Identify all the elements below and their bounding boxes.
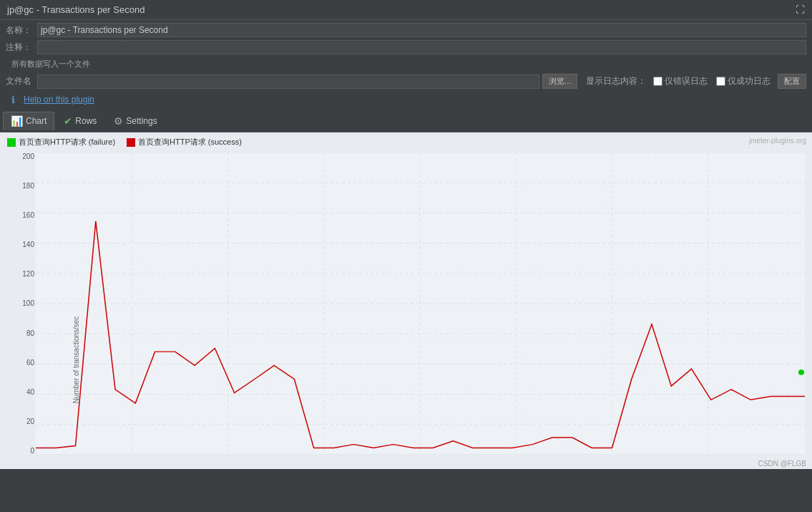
comment-label: 注释： xyxy=(6,42,34,54)
chart-area: 首页查询HTTP请求 (failure) 首页查询HTTP请求 (success… xyxy=(0,132,812,469)
y-tick-100: 100 xyxy=(3,299,34,307)
y-axis-label: Number of transactions/sec xyxy=(72,288,80,431)
comment-input[interactable] xyxy=(37,40,806,54)
legend-label-success: 首页查询HTTP请求 (success) xyxy=(138,137,242,148)
green-dot xyxy=(798,369,804,375)
window-title: jp@gc - Transactions per Second xyxy=(7,4,145,15)
form-area: 名称： 注释： 所有数据写入一个文件 文件名 浏览... 显示日志内容： 仅错误… xyxy=(0,20,812,110)
success-log-checkbox[interactable]: 仅成功日志 xyxy=(716,75,771,87)
y-tick-160: 160 xyxy=(3,211,34,219)
y-tick-140: 140 xyxy=(3,241,34,248)
y-tick-120: 120 xyxy=(3,270,34,278)
rows-tab-icon: ✔ xyxy=(64,115,72,127)
file-label: 文件名 xyxy=(6,75,34,87)
error-log-checkbox[interactable]: 仅错误日志 xyxy=(653,75,708,87)
y-tick-180: 180 xyxy=(3,182,34,190)
file-input[interactable] xyxy=(37,74,539,89)
legend-label-failure: 首页查询HTTP请求 (failure) xyxy=(19,137,115,148)
bottom-note: CSDN @FLGB xyxy=(758,460,806,468)
expand-icon[interactable]: ⛶ xyxy=(796,4,805,15)
legend-item-success: 首页查询HTTP请求 (success) xyxy=(127,137,242,148)
tab-rows[interactable]: ✔ Rows xyxy=(56,112,104,130)
y-tick-200: 200 xyxy=(3,153,34,160)
y-tick-0: 0 xyxy=(3,447,34,455)
title-bar: jp@gc - Transactions per Second ⛶ xyxy=(0,0,812,20)
help-link[interactable]: Help on this plugin xyxy=(18,93,100,106)
legend-item-failure: 首页查询HTTP请求 (failure) xyxy=(7,137,115,148)
browse-button[interactable]: 浏览... xyxy=(542,74,577,89)
display-label: 显示日志内容： xyxy=(586,75,646,87)
legend: 首页查询HTTP请求 (failure) 首页查询HTTP请求 (success… xyxy=(7,137,253,148)
y-tick-40: 40 xyxy=(3,388,34,396)
legend-color-success xyxy=(127,138,135,147)
y-tick-80: 80 xyxy=(3,329,34,337)
name-input[interactable] xyxy=(37,23,806,37)
chart-svg xyxy=(36,153,805,455)
config-button[interactable]: 配置 xyxy=(778,74,806,89)
y-tick-60: 60 xyxy=(3,359,34,367)
info-icon: ℹ xyxy=(11,95,15,105)
rows-tab-label: Rows xyxy=(75,116,97,126)
legend-color-failure xyxy=(7,138,16,147)
chart-tab-icon: 📊 xyxy=(11,115,23,127)
tab-settings[interactable]: ⚙ Settings xyxy=(106,112,165,130)
chart-tab-label: Chart xyxy=(26,116,47,126)
tabs-row: 📊 Chart ✔ Rows ⚙ Settings xyxy=(0,110,812,132)
write-note: 所有数据写入一个文件 xyxy=(6,57,96,71)
watermark: jmeter-plugins.org xyxy=(749,137,806,145)
y-tick-20: 20 xyxy=(3,417,34,425)
name-label: 名称： xyxy=(6,24,34,37)
tab-chart[interactable]: 📊 Chart xyxy=(3,112,54,130)
settings-tab-icon: ⚙ xyxy=(114,115,123,127)
settings-tab-label: Settings xyxy=(126,116,157,126)
